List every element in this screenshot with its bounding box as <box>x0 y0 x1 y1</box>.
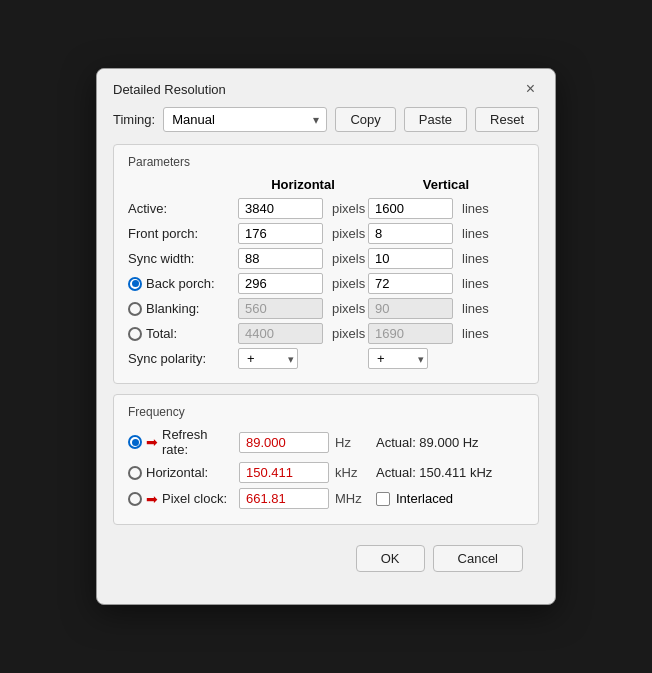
freq-unit: kHz <box>335 465 370 480</box>
copy-button[interactable]: Copy <box>335 107 395 132</box>
ok-button[interactable]: OK <box>356 545 425 572</box>
dialog-content: Timing: Manual Auto Custom Copy Paste Re… <box>97 107 555 604</box>
v-input[interactable] <box>368 223 453 244</box>
radio-circle[interactable] <box>128 277 142 291</box>
param-label-text: Blanking: <box>146 301 199 316</box>
h-input[interactable] <box>238 223 323 244</box>
arrow-icon: ➡ <box>146 492 158 506</box>
v-unit: lines <box>458 301 498 316</box>
freq-actual: Actual: 150.411 kHz <box>376 465 492 480</box>
freq-actual: Actual: 89.000 Hz <box>376 435 479 450</box>
sync-h-select[interactable]: + - <box>238 348 298 369</box>
h-input[interactable] <box>238 298 323 319</box>
dialog: Detailed Resolution × Timing: Manual Aut… <box>96 68 556 605</box>
interlaced-label: Interlaced <box>396 491 453 506</box>
param-row: Total:pixelslines <box>128 323 524 344</box>
h-unit: pixels <box>328 226 368 241</box>
param-row: Active:pixelslines <box>128 198 524 219</box>
frequency-section: Frequency ➡Refresh rate:HzActual: 89.000… <box>113 394 539 525</box>
freq-label-text: Pixel clock: <box>162 491 227 506</box>
v-unit: lines <box>458 251 498 266</box>
v-unit: lines <box>458 326 498 341</box>
close-button[interactable]: × <box>522 81 539 97</box>
sync-v-select-wrapper: + - <box>368 348 428 369</box>
param-label-text: Front porch: <box>128 226 198 241</box>
param-row: Sync width:pixelslines <box>128 248 524 269</box>
h-input[interactable] <box>238 248 323 269</box>
v-input[interactable] <box>368 248 453 269</box>
freq-radio[interactable] <box>128 435 142 449</box>
h-input[interactable] <box>238 323 323 344</box>
param-label-text: Sync width: <box>128 251 194 266</box>
v-unit: lines <box>458 276 498 291</box>
reset-button[interactable]: Reset <box>475 107 539 132</box>
sync-v-select[interactable]: + - <box>368 348 428 369</box>
v-input[interactable] <box>368 298 453 319</box>
h-input[interactable] <box>238 198 323 219</box>
h-unit: pixels <box>328 326 368 341</box>
timing-select-wrapper: Manual Auto Custom <box>163 107 327 132</box>
paste-button[interactable]: Paste <box>404 107 467 132</box>
parameters-section: Parameters Horizontal Vertical Active:pi… <box>113 144 539 384</box>
v-input[interactable] <box>368 323 453 344</box>
freq-row: Horizontal:kHzActual: 150.411 kHz <box>128 462 524 483</box>
v-input[interactable] <box>368 273 453 294</box>
freq-unit: Hz <box>335 435 370 450</box>
horizontal-header: Horizontal <box>238 177 368 192</box>
h-unit: pixels <box>328 276 368 291</box>
param-rows-container: Active:pixelslinesFront porch:pixelsline… <box>128 198 524 344</box>
v-unit: lines <box>458 201 498 216</box>
freq-input[interactable] <box>239 432 329 453</box>
frequency-label: Frequency <box>128 405 524 419</box>
sync-polarity-row: Sync polarity: + - + - <box>128 348 524 369</box>
freq-rows-container: ➡Refresh rate:HzActual: 89.000 HzHorizon… <box>128 427 524 509</box>
freq-radio[interactable] <box>128 492 142 506</box>
h-unit: pixels <box>328 301 368 316</box>
sync-polarity-label: Sync polarity: <box>128 351 238 366</box>
footer: OK Cancel <box>113 539 539 588</box>
freq-label-text: Refresh rate: <box>162 427 233 457</box>
freq-unit: MHz <box>335 491 370 506</box>
freq-row: ➡Refresh rate:HzActual: 89.000 Hz <box>128 427 524 457</box>
param-label-text: Active: <box>128 201 167 216</box>
h-input[interactable] <box>238 273 323 294</box>
radio-circle[interactable] <box>128 327 142 341</box>
freq-input[interactable] <box>239 488 329 509</box>
freq-label-text: Horizontal: <box>146 465 208 480</box>
title-bar: Detailed Resolution × <box>97 69 555 107</box>
freq-input[interactable] <box>239 462 329 483</box>
vertical-header: Vertical <box>391 177 501 192</box>
param-row: Front porch:pixelslines <box>128 223 524 244</box>
params-header: Horizontal Vertical <box>128 177 524 192</box>
h-unit: pixels <box>328 251 368 266</box>
parameters-label: Parameters <box>128 155 524 169</box>
timing-row: Timing: Manual Auto Custom Copy Paste Re… <box>113 107 539 132</box>
dialog-title: Detailed Resolution <box>113 82 226 97</box>
sync-h-select-wrapper: + - <box>238 348 298 369</box>
h-unit: pixels <box>328 201 368 216</box>
param-row: Blanking:pixelslines <box>128 298 524 319</box>
timing-label: Timing: <box>113 112 155 127</box>
arrow-icon: ➡ <box>146 435 158 449</box>
param-label-text: Back porch: <box>146 276 215 291</box>
freq-row: ➡Pixel clock:MHzInterlaced <box>128 488 524 509</box>
cancel-button[interactable]: Cancel <box>433 545 523 572</box>
v-input[interactable] <box>368 198 453 219</box>
freq-radio[interactable] <box>128 466 142 480</box>
v-unit: lines <box>458 226 498 241</box>
param-row: Back porch:pixelslines <box>128 273 524 294</box>
timing-select[interactable]: Manual Auto Custom <box>163 107 327 132</box>
interlaced-row: Interlaced <box>376 491 453 506</box>
interlaced-checkbox[interactable] <box>376 492 390 506</box>
param-label-text: Total: <box>146 326 177 341</box>
radio-circle[interactable] <box>128 302 142 316</box>
